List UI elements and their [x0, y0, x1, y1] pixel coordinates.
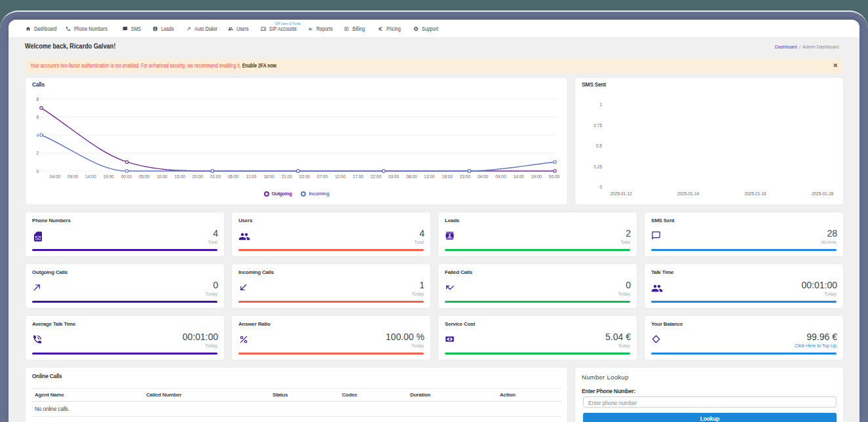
- svg-text:6: 6: [36, 115, 39, 119]
- svg-text:21:00: 21:00: [282, 174, 293, 179]
- svg-text:01:00: 01:00: [210, 174, 221, 179]
- svg-text:06:00: 06:00: [228, 174, 239, 179]
- svg-text:14:00: 14:00: [85, 174, 96, 179]
- svg-text:0.5: 0.5: [596, 144, 602, 148]
- svg-text:2025-01-14: 2025-01-14: [677, 191, 700, 196]
- svg-text:12:00: 12:00: [335, 174, 346, 179]
- svg-text:11:00: 11:00: [246, 174, 257, 179]
- svg-text:4: 4: [36, 133, 39, 138]
- svg-text:2025-01-18: 2025-01-18: [812, 191, 834, 196]
- svg-text:0: 0: [599, 185, 602, 189]
- svg-text:22:00: 22:00: [371, 174, 382, 179]
- svg-text:08:00: 08:00: [406, 174, 417, 179]
- svg-text:2025-01-12: 2025-01-12: [610, 191, 632, 196]
- svg-text:2: 2: [36, 151, 39, 155]
- svg-text:0.25: 0.25: [594, 164, 602, 169]
- svg-text:05:00: 05:00: [139, 174, 150, 179]
- svg-text:09:00: 09:00: [67, 174, 79, 179]
- svg-text:03:00: 03:00: [388, 174, 400, 179]
- svg-text:23:00: 23:00: [460, 174, 471, 179]
- svg-text:17:00: 17:00: [352, 174, 364, 179]
- svg-text:13:00: 13:00: [424, 174, 435, 179]
- svg-text:09:00: 09:00: [495, 174, 506, 179]
- svg-text:00:00: 00:00: [549, 174, 560, 179]
- svg-text:04:00: 04:00: [50, 174, 61, 179]
- svg-text:04:00: 04:00: [478, 174, 489, 179]
- svg-text:07:00: 07:00: [317, 174, 328, 179]
- svg-text:0: 0: [36, 169, 39, 174]
- svg-text:00:00: 00:00: [121, 174, 132, 179]
- svg-text:19:00: 19:00: [531, 174, 542, 179]
- svg-text:0.75: 0.75: [594, 123, 602, 128]
- svg-text:14:00: 14:00: [513, 174, 524, 179]
- svg-text:16:00: 16:00: [263, 174, 274, 179]
- svg-text:2025-01-16: 2025-01-16: [744, 191, 766, 196]
- svg-text:18:00: 18:00: [442, 174, 453, 179]
- svg-text:15:00: 15:00: [174, 174, 185, 179]
- svg-text:19:00: 19:00: [103, 174, 114, 179]
- svg-text:02:00: 02:00: [299, 174, 311, 179]
- svg-text:1: 1: [599, 102, 602, 107]
- svg-text:10:00: 10:00: [157, 174, 168, 179]
- svg-text:8: 8: [36, 97, 39, 102]
- svg-text:20:00: 20:00: [193, 174, 204, 179]
